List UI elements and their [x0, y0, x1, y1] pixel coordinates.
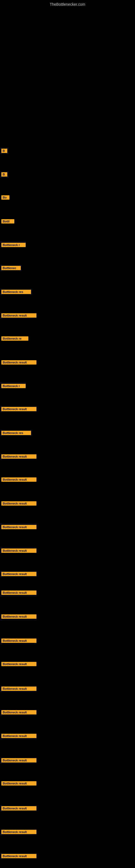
bottleneck-result-label[interactable]: Bottleneck result [1, 501, 37, 506]
bottleneck-result-label[interactable]: Bottleneck result [1, 614, 37, 619]
bottleneck-result-label[interactable]: Bottleneck result [1, 477, 37, 482]
bottleneck-result-label[interactable]: Bottleneck res [1, 431, 31, 435]
bottleneck-result-label[interactable]: Bottleneck result [1, 734, 37, 738]
bottleneck-result-label[interactable]: Bottleneck result [1, 639, 37, 643]
bottleneck-result-label[interactable]: Bottleneck result [1, 686, 37, 691]
bottleneck-result-label[interactable]: Bottleneck result [1, 781, 37, 785]
bottleneck-result-label[interactable]: Bottl [1, 219, 14, 223]
bottleneck-result-label[interactable]: Bottleneck result [1, 549, 37, 553]
bottleneck-result-label[interactable]: Bottleneck result [1, 454, 37, 459]
bottleneck-result-label[interactable]: Bottleneck res [1, 290, 31, 294]
bottleneck-result-label[interactable]: B [1, 172, 7, 177]
bottleneck-result-label[interactable]: Bottleneck result [1, 572, 37, 576]
bottleneck-result-label[interactable]: Bottleneck re [1, 336, 28, 341]
bottleneck-result-label[interactable]: Bottleneck result [1, 758, 37, 763]
bottleneck-result-label[interactable]: Bottleneck result [1, 313, 37, 318]
bottleneck-result-label[interactable]: Bottleneck result [1, 854, 37, 858]
bottleneck-result-label[interactable]: Bottleneck result [1, 590, 37, 595]
bottleneck-result-label[interactable]: Bottleneck result [1, 360, 37, 365]
bottleneck-result-label[interactable]: B [1, 149, 7, 153]
site-title: TheBottlenecker.com [50, 2, 85, 6]
bottleneck-result-label[interactable]: Bottleneck r [1, 384, 26, 388]
bottleneck-result-label[interactable]: Bottleneck result [1, 830, 37, 834]
bottleneck-result-label[interactable]: Bottleneck result [1, 525, 37, 529]
bottleneck-result-label[interactable]: Bottleneck result [1, 710, 37, 714]
bottleneck-result-label[interactable]: Bottleneck result [1, 407, 37, 411]
bottleneck-result-label[interactable]: Bottleneck result [1, 662, 37, 666]
bottleneck-result-label[interactable]: Bottlenec [1, 266, 21, 270]
bottleneck-result-label[interactable]: Bottleneck result [1, 806, 37, 810]
bottleneck-result-label[interactable]: Bo [1, 195, 9, 199]
bottleneck-result-label[interactable]: Bottleneck r [1, 243, 26, 247]
